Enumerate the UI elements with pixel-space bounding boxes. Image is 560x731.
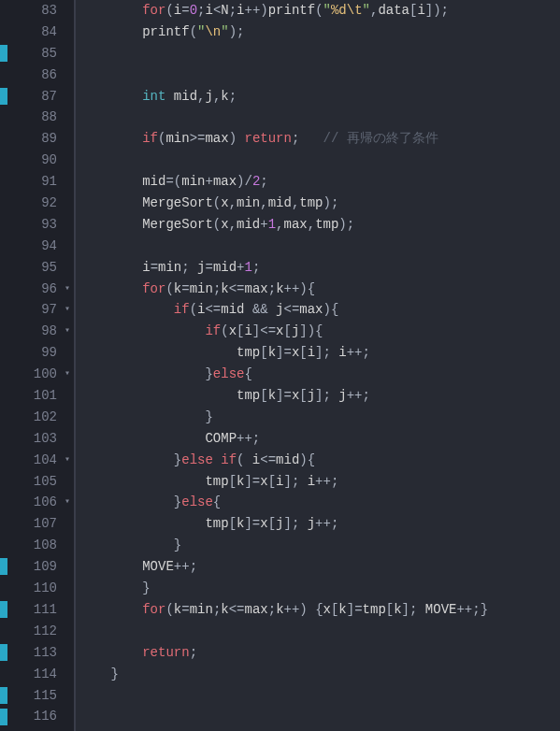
code-line[interactable]	[79, 64, 560, 86]
fold-marker[interactable]: ▾	[61, 364, 74, 385]
code-line[interactable]: tmp[k]=x[j]; j++;	[79, 513, 560, 535]
fold-marker	[61, 43, 74, 64]
line-number: 110	[9, 578, 57, 599]
fold-marker	[61, 621, 74, 642]
line-marker	[0, 558, 7, 575]
code-line[interactable]: COMP++;	[79, 428, 560, 450]
line-number: 100	[9, 364, 57, 385]
fold-marker[interactable]: ▾	[61, 321, 74, 342]
fold-marker	[61, 214, 74, 236]
fold-marker	[61, 342, 74, 364]
line-number: 112	[9, 621, 57, 642]
code-line[interactable]	[79, 706, 560, 727]
fold-marker	[61, 128, 74, 150]
fold-marker	[61, 107, 74, 128]
line-marker	[0, 644, 7, 661]
code-line[interactable]: }	[79, 407, 560, 428]
code-line[interactable]: mid=(min+max)/2;	[79, 171, 560, 193]
line-marker	[0, 88, 7, 105]
line-number: 103	[9, 428, 57, 450]
code-line[interactable]: if(i<=mid && j<=max){	[79, 299, 560, 321]
code-line[interactable]	[79, 621, 560, 642]
fold-marker	[61, 706, 74, 727]
code-line[interactable]: printf("\n");	[79, 22, 560, 43]
fold-marker	[61, 150, 74, 171]
code-line[interactable]: tmp[k]=x[j]; j++;	[79, 385, 560, 407]
fold-marker	[61, 64, 74, 86]
line-number: 91	[9, 171, 57, 193]
code-line[interactable]: }else if( i<=mid){	[79, 450, 560, 471]
fold-marker	[61, 193, 74, 214]
line-marker	[0, 709, 7, 725]
fold-marker	[61, 428, 74, 450]
fold-marker	[61, 642, 74, 664]
line-number: 99	[9, 342, 57, 364]
fold-marker	[61, 556, 74, 578]
code-line[interactable]: for(k=min;k<=max;k++){	[79, 279, 560, 300]
line-number-gutter: 8384858687888990919293949596979899100101…	[9, 0, 61, 731]
code-line[interactable]: if(x[i]<=x[j]){	[79, 321, 560, 342]
code-line[interactable]: return;	[79, 642, 560, 664]
code-line[interactable]: MergeSort(x,mid+1,max,tmp);	[79, 214, 560, 236]
line-number: 108	[9, 535, 57, 556]
code-line[interactable]: MOVE++;	[79, 556, 560, 578]
code-line[interactable]: for(i=0;i<N;i++)printf("%d\t",data[i]);	[79, 0, 560, 22]
code-line[interactable]: tmp[k]=x[i]; i++;	[79, 342, 560, 364]
fold-marker[interactable]: ▾	[61, 492, 74, 513]
fold-marker	[61, 535, 74, 556]
line-number: 95	[9, 257, 57, 279]
line-number: 94	[9, 236, 57, 257]
fold-marker	[61, 236, 74, 257]
fold-marker[interactable]: ▾	[61, 299, 74, 321]
line-number: 102	[9, 407, 57, 428]
line-number: 93	[9, 214, 57, 236]
fold-marker	[61, 22, 74, 43]
line-number: 109	[9, 556, 57, 578]
code-line[interactable]: tmp[k]=x[i]; i++;	[79, 471, 560, 493]
code-area[interactable]: for(i=0;i<N;i++)printf("%d\t",data[i]); …	[76, 0, 560, 731]
code-line[interactable]	[79, 685, 560, 707]
code-line[interactable]: for(k=min;k<=max;k++) {x[k]=tmp[k]; MOVE…	[79, 599, 560, 621]
code-line[interactable]: }else{	[79, 492, 560, 513]
line-number: 96	[9, 279, 57, 300]
fold-marker	[61, 86, 74, 108]
fold-marker	[61, 664, 74, 685]
code-line[interactable]: MergeSort(x,min,mid,tmp);	[79, 193, 560, 214]
code-line[interactable]	[79, 107, 560, 128]
code-line[interactable]: }	[79, 664, 560, 685]
line-number: 113	[9, 642, 57, 664]
fold-marker	[61, 685, 74, 707]
code-line[interactable]: i=min; j=mid+1;	[79, 257, 560, 279]
line-number: 87	[9, 86, 57, 108]
line-number: 111	[9, 599, 57, 621]
line-number: 90	[9, 150, 57, 171]
line-marker	[0, 45, 7, 62]
code-line[interactable]: int mid,j,k;	[79, 86, 560, 108]
fold-marker	[61, 257, 74, 279]
line-number: 89	[9, 128, 57, 150]
line-number: 97	[9, 299, 57, 321]
line-number: 116	[9, 706, 57, 727]
marker-column	[0, 0, 9, 731]
line-number: 98	[9, 321, 57, 342]
code-line[interactable]	[79, 43, 560, 64]
line-number: 115	[9, 685, 57, 707]
fold-marker	[61, 171, 74, 193]
line-number: 105	[9, 471, 57, 493]
line-number: 107	[9, 513, 57, 535]
fold-marker	[61, 407, 74, 428]
code-line[interactable]: if(min>=max) return; // 再帰の終了条件	[79, 128, 560, 150]
code-line[interactable]	[79, 236, 560, 257]
code-line[interactable]	[79, 150, 560, 171]
line-number: 85	[9, 43, 57, 64]
fold-marker[interactable]: ▾	[61, 450, 74, 471]
fold-marker	[61, 599, 74, 621]
fold-marker	[61, 513, 74, 535]
code-line[interactable]: }else{	[79, 364, 560, 385]
code-line[interactable]: }	[79, 535, 560, 556]
line-number: 104	[9, 450, 57, 471]
fold-marker	[61, 471, 74, 493]
fold-marker[interactable]: ▾	[61, 279, 74, 300]
code-line[interactable]: }	[79, 578, 560, 599]
line-number: 88	[9, 107, 57, 128]
